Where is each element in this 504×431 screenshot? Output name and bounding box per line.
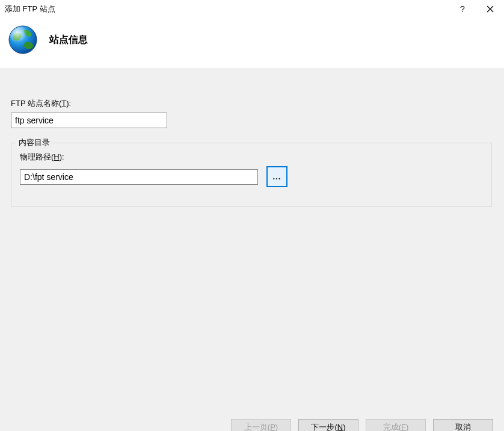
physical-path-input[interactable] [20, 169, 258, 185]
help-button[interactable]: ? [449, 0, 476, 18]
physical-path-row: ... [20, 166, 483, 187]
finish-button: 完成(F) [366, 419, 426, 431]
content-directory-legend: 内容目录 [16, 137, 52, 148]
site-name-input[interactable] [11, 113, 167, 128]
ellipsis-icon: ... [272, 172, 281, 181]
help-icon: ? [460, 4, 465, 14]
titlebar-controls: ? [449, 0, 504, 18]
content-directory-group: 内容目录 物理路径(H): ... [11, 143, 492, 207]
window-title: 添加 FTP 站点 [5, 4, 449, 14]
wizard-header: 站点信息 [0, 18, 504, 69]
titlebar: 添加 FTP 站点 ? [0, 0, 504, 18]
physical-path-label: 物理路径(H): [20, 152, 483, 163]
close-icon [487, 5, 494, 13]
next-button[interactable]: 下一步(N) [298, 419, 358, 431]
previous-button: 上一页(P) [231, 419, 291, 431]
site-name-row: FTP 站点名称(T): [11, 98, 493, 128]
globe-icon [7, 24, 38, 55]
wizard-content: FTP 站点名称(T): 内容目录 物理路径(H): ... [0, 69, 504, 412]
wizard-step-title: 站点信息 [49, 34, 88, 46]
close-button[interactable] [476, 0, 504, 18]
browse-button[interactable]: ... [266, 166, 287, 187]
wizard-footer: 上一页(P) 下一步(N) 完成(F) 取消 [0, 412, 504, 431]
site-name-label: FTP 站点名称(T): [11, 98, 493, 109]
cancel-button[interactable]: 取消 [433, 419, 493, 431]
